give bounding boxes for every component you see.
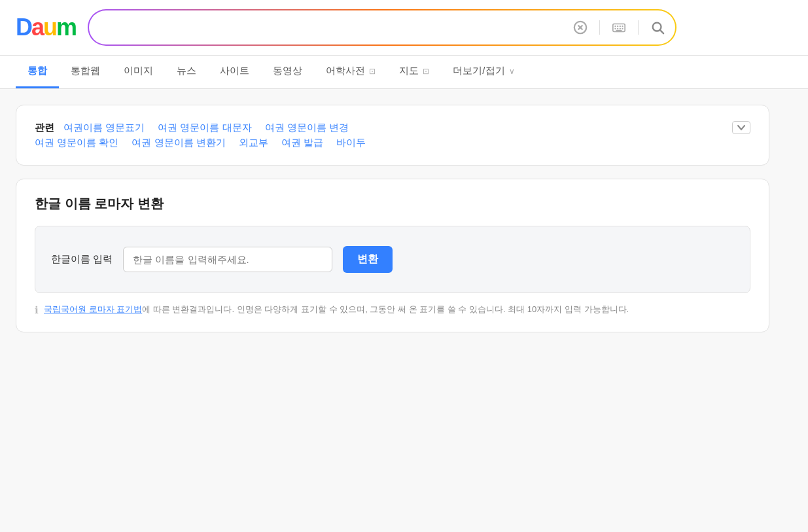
related-link-1[interactable]: 여권 영문이름 대문자	[158, 122, 251, 134]
converter-box: 한글이름 입력 변환	[35, 226, 750, 293]
chevron-down-icon	[737, 123, 746, 132]
search-input[interactable]: 여권 영문이름 표기법	[102, 19, 571, 36]
logo[interactable]: Daum	[16, 16, 76, 39]
converter-title: 한글 이름 로마자 변환	[35, 195, 750, 213]
map-icon: ⊡	[423, 67, 429, 76]
info-text: 에 따른 변환결과입니다. 인명은 다양하게 표기할 수 있으며, 그동안 써 …	[142, 304, 629, 314]
divider2	[638, 20, 639, 35]
related-row-1: 관련 여권이름 영문표기 여권 영문이름 대문자 여권 영문이름 변경	[35, 121, 750, 134]
tab-어학사전[interactable]: 어학사전 ⊡	[314, 56, 387, 88]
more-chevron-icon: ∨	[509, 67, 515, 76]
svg-line-14	[660, 30, 663, 33]
search-bar: 여권 영문이름 표기법	[88, 9, 676, 46]
tab-사이트[interactable]: 사이트	[208, 56, 261, 88]
related-link-4[interactable]: 여권 영문이름 변환기	[132, 137, 225, 149]
related-link-6[interactable]: 여권 발급	[281, 137, 323, 149]
dictionary-icon: ⊡	[369, 67, 376, 76]
info-row: ℹ 국립국어원 로마자 표기법에 따른 변환결과입니다. 인명은 다양하게 표기…	[35, 304, 750, 316]
hangul-name-input[interactable]	[123, 247, 332, 272]
clear-button[interactable]	[571, 18, 590, 37]
logo-u: u	[43, 14, 56, 41]
main-content: 관련 여권이름 영문표기 여권 영문이름 대문자 여권 영문이름 변경 여권 영…	[0, 89, 785, 361]
tab-지도[interactable]: 지도 ⊡	[387, 56, 441, 88]
logo-m: m	[56, 14, 76, 41]
tab-이미지[interactable]: 이미지	[112, 56, 165, 88]
info-icon: ℹ	[35, 304, 39, 316]
header: Daum 여권 영문이름 표기법	[0, 0, 808, 56]
info-content: 국립국어원 로마자 표기법에 따른 변환결과입니다. 인명은 다양하게 표기할 …	[44, 304, 629, 315]
expand-button[interactable]	[732, 121, 750, 134]
related-link-7[interactable]: 바이두	[336, 137, 366, 149]
related-link-3[interactable]: 여권 영문이름 확인	[35, 137, 118, 149]
related-card: 관련 여권이름 영문표기 여권 영문이름 대문자 여권 영문이름 변경 여권 영…	[16, 105, 769, 166]
divider	[599, 20, 600, 35]
related-link-2[interactable]: 여권 영문이름 변경	[265, 122, 349, 134]
tab-뉴스[interactable]: 뉴스	[165, 56, 208, 88]
search-icons	[571, 18, 667, 37]
related-label: 관련	[35, 122, 54, 134]
tab-통합웹[interactable]: 통합웹	[59, 56, 112, 88]
convert-button[interactable]: 변환	[343, 246, 393, 273]
converter-label: 한글이름 입력	[51, 253, 113, 266]
tab-통합[interactable]: 통합	[16, 56, 59, 88]
tab-동영상[interactable]: 동영상	[261, 56, 314, 88]
search-button[interactable]	[648, 18, 667, 37]
info-link[interactable]: 국립국어원 로마자 표기법	[44, 304, 142, 314]
related-row-2: 여권 영문이름 확인 여권 영문이름 변환기 외교부 여권 발급 바이두	[35, 137, 750, 149]
keyboard-button[interactable]	[609, 18, 629, 37]
related-link-0[interactable]: 여권이름 영문표기	[63, 122, 145, 134]
nav-tabs: 통합 통합웹 이미지 뉴스 사이트 동영상 어학사전 ⊡ 지도 ⊡ 더보기/접기…	[0, 56, 808, 89]
logo-a: a	[31, 14, 43, 41]
related-link-5[interactable]: 외교부	[239, 137, 268, 149]
converter-card: 한글 이름 로마자 변환 한글이름 입력 변환 ℹ 국립국어원 로마자 표기법에…	[16, 179, 769, 332]
logo-d: D	[16, 14, 31, 41]
tab-더보기[interactable]: 더보기/접기 ∨	[441, 56, 526, 88]
